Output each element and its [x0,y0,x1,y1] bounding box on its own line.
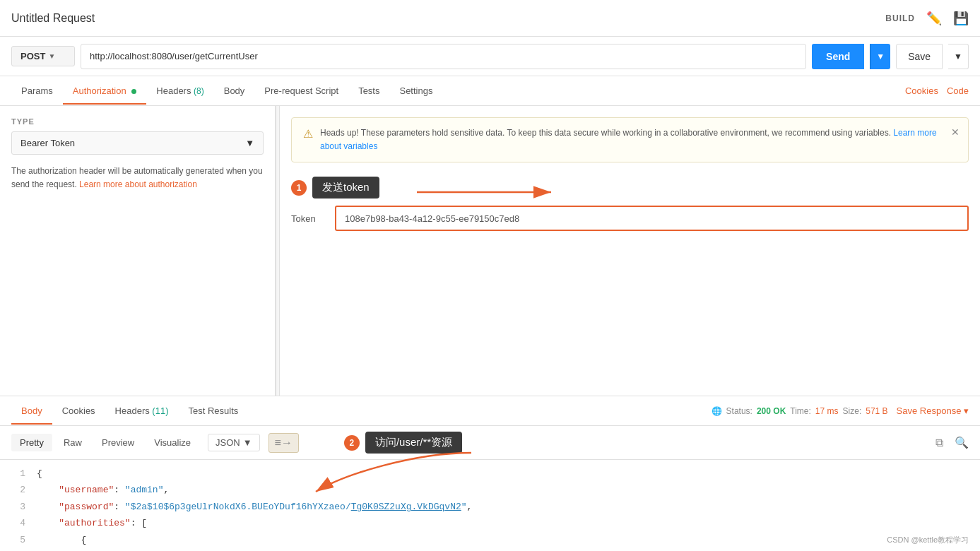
auth-content: TYPE Bearer Token ▼ The authorization he… [0,106,980,396]
type-value: Bearer Token [20,138,75,148]
code-content-4: "authorities": [ [37,515,969,531]
tab-params[interactable]: Params [11,78,63,105]
response-meta: 🌐 Status: 200 OK Time: 17 ms Size: 571 B [712,406,888,416]
cookies-link[interactable]: Cookies [905,85,938,96]
line-num-1: 1 [11,466,25,482]
code-content-5: { [37,532,969,548]
format-tabs: Pretty Raw Preview Visualize JSON ▼ ≡→ 2… [0,426,980,460]
fmt-tab-preview[interactable]: Preview [93,434,143,451]
copy-icon[interactable]: ⧉ [935,436,943,449]
warning-icon: ⚠ [303,127,313,141]
save-button[interactable]: Save [896,44,943,69]
response-tabs: Body Cookies Headers (11) Test Results 🌐… [0,396,980,426]
tab-body[interactable]: Body [214,78,255,105]
annotation-1-number: 1 [291,180,307,196]
save-dropdown-button[interactable]: ▼ [948,44,969,69]
arrow-1 [410,171,777,213]
line-num-6: 6 [11,548,25,551]
response-tab-body[interactable]: Body [11,398,52,425]
learn-more-variables-link[interactable]: Learn more about variables [320,128,937,151]
fmt-tab-pretty[interactable]: Pretty [11,434,52,451]
fmt-tab-visualize[interactable]: Visualize [146,434,199,451]
line-num-3: 3 [11,499,25,515]
annotation-2-bubble: 访问/user/**资源 [365,432,462,454]
format-value: JSON [216,437,240,448]
url-bar: POST ▼ Send ▼ Save ▼ [0,37,980,76]
code-content-3: "password": "$2a$10$6p3geUlrNokdX6.BUEoY… [37,499,969,515]
token-label: Token [291,213,326,224]
response-tab-headers[interactable]: Headers (11) [105,398,179,425]
method-select[interactable]: POST ▼ [11,46,75,66]
url-input[interactable] [81,44,806,69]
code-line-2: 2 "username": "admin", [11,482,969,498]
time-value: 17 ms [815,406,839,416]
line-num-4: 4 [11,515,25,531]
send-dropdown-button[interactable]: ▼ [870,44,890,69]
method-chevron-icon: ▼ [48,52,55,60]
title-bar: Untitled Request BUILD ✏️ 💾 [0,0,980,37]
code-content-1: { [37,466,969,482]
tab-headers[interactable]: Headers (8) [146,78,213,105]
right-panel: ⚠ Heads up! These parameters hold sensit… [280,106,980,396]
page-title: Untitled Request [11,12,95,25]
description-text: The authorization header will be automat… [11,165,264,191]
tabs-right: Cookies Code [905,85,969,96]
type-select[interactable]: Bearer Token ▼ [11,131,264,155]
type-chevron-icon: ▼ [245,138,254,148]
wrap-button[interactable]: ≡→ [268,433,299,453]
response-tab-cookies[interactable]: Cookies [52,398,105,425]
edit-icon[interactable]: ✏️ [926,11,942,26]
status-value: 200 OK [757,406,786,416]
build-button[interactable]: BUILD [885,13,915,23]
code-line-4: 4 "authorities": [ [11,515,969,531]
learn-more-auth-link[interactable]: Learn more about authorization [79,179,197,189]
time-label: Time: [790,406,811,416]
code-link[interactable]: Code [947,85,969,96]
code-content-2: "username": "admin", [37,482,969,498]
request-tabs: Params Authorization Headers (8) Body Pr… [0,76,980,106]
annotation-1-bubble: 发送token [312,177,379,199]
format-select[interactable]: JSON ▼ [208,434,260,451]
code-line-5: 5 { [11,532,969,548]
code-area: 1 { 2 "username": "admin", 3 "password":… [0,460,980,551]
watermark: CSDN @kettle教程学习 [887,535,969,545]
authorization-dot [131,89,136,94]
status-label: Status: [726,406,752,416]
line-num-5: 5 [11,532,25,548]
fmt-tab-raw[interactable]: Raw [55,434,90,451]
code-line-1: 1 { [11,466,969,482]
send-button[interactable]: Send [812,44,864,69]
size-value: 571 B [866,406,887,416]
annotation-2-number: 2 [344,435,360,451]
title-bar-actions: BUILD ✏️ 💾 [885,11,969,26]
tab-authorization[interactable]: Authorization [63,78,147,105]
save-icon[interactable]: 💾 [953,11,969,26]
code-content-6: "authority": "admin" [37,548,969,551]
response-section: Body Cookies Headers (11) Test Results 🌐… [0,396,980,551]
tab-tests[interactable]: Tests [348,78,389,105]
method-label: POST [20,51,45,61]
type-label: TYPE [11,117,264,126]
line-num-2: 2 [11,482,25,498]
format-chevron-icon: ▼ [243,437,252,448]
tab-settings[interactable]: Settings [389,78,442,105]
alert-close-button[interactable]: ✕ [951,126,960,138]
code-line-6: 6 "authority": "admin" [11,548,969,551]
globe-icon: 🌐 [712,406,722,416]
response-tab-test-results[interactable]: Test Results [178,398,248,425]
size-label: Size: [843,406,862,416]
alert-text: Heads up! These parameters hold sensitiv… [320,126,957,153]
tab-pre-request[interactable]: Pre-request Script [254,78,348,105]
response-body: Pretty Raw Preview Visualize JSON ▼ ≡→ 2… [0,426,980,551]
left-panel: TYPE Bearer Token ▼ The authorization he… [0,106,276,396]
search-icon[interactable]: 🔍 [955,436,969,449]
alert-box: ⚠ Heads up! These parameters hold sensit… [291,117,969,162]
code-line-3: 3 "password": "$2a$10$6p3geUlrNokdX6.BUE… [11,499,969,515]
save-response-button[interactable]: Save Response ▾ [897,405,969,416]
